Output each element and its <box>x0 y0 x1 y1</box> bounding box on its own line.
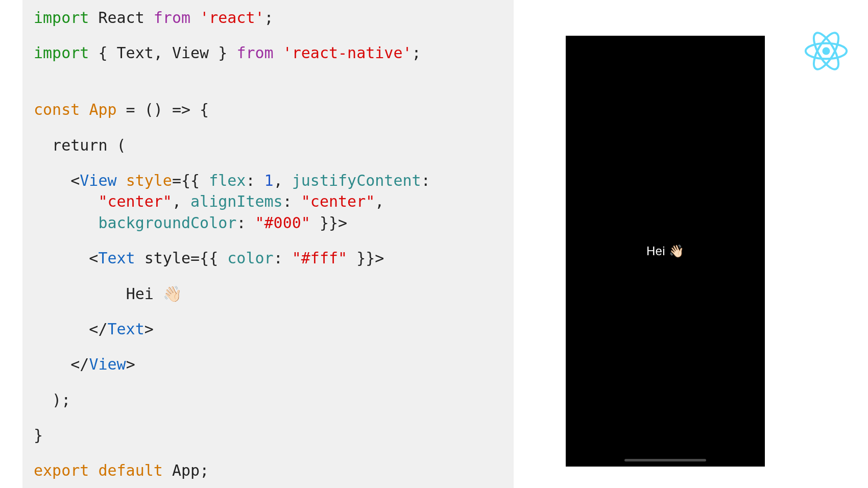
punct: }}> <box>310 214 347 232</box>
punct: : <box>421 172 430 189</box>
punct: , <box>172 192 190 210</box>
keyword-default: default <box>98 461 162 479</box>
prop: justifyContent <box>292 172 421 189</box>
keyword-return: return ( <box>34 136 126 154</box>
code-block: import React from 'react';import { Text,… <box>22 0 514 488</box>
punct: ; <box>264 9 274 27</box>
keyword-from: from <box>236 44 273 62</box>
string-literal: 'react-native' <box>283 44 412 62</box>
punct: < <box>34 172 80 189</box>
jsx-tag: View <box>89 355 126 373</box>
punct: ); <box>34 391 70 409</box>
punct: ={{ <box>190 249 227 267</box>
indent <box>34 285 126 303</box>
punct: < <box>34 249 98 267</box>
indent <box>34 192 98 210</box>
punct: > <box>144 320 154 338</box>
punct: , <box>154 44 172 62</box>
punct: ={{ <box>172 172 209 189</box>
number: 1 <box>264 172 274 189</box>
string-literal: "center" <box>98 192 172 210</box>
punct: , <box>375 192 384 210</box>
identifier: Text <box>117 44 154 62</box>
prop: flex <box>209 172 246 189</box>
svg-point-0 <box>823 47 830 55</box>
punct: }}> <box>347 249 384 267</box>
string-literal: 'react' <box>200 9 264 27</box>
brace: { <box>98 44 116 62</box>
identifier: React <box>98 9 144 27</box>
punct: : <box>246 172 264 189</box>
identifier-app: App <box>89 101 116 118</box>
home-indicator <box>624 459 706 461</box>
identifier-app: App <box>172 461 200 479</box>
jsx-tag: Text <box>108 320 144 338</box>
punct: : <box>274 249 292 267</box>
jsx-attr: style <box>144 249 190 267</box>
phone-preview: Hei 👋🏻 <box>566 36 765 467</box>
punct: , <box>274 172 292 189</box>
punct: : <box>283 192 301 210</box>
prop: alignItems <box>190 192 283 210</box>
jsx-tag: View <box>80 172 116 189</box>
punct: > <box>126 355 135 373</box>
string-literal: "#000" <box>255 214 310 232</box>
string-literal: "#fff" <box>292 249 347 267</box>
string-literal: "center" <box>301 192 375 210</box>
punct: </ <box>34 320 108 338</box>
space <box>135 249 144 267</box>
space <box>117 172 126 189</box>
brace: } <box>34 426 43 444</box>
text-content: Hei 👋🏻 <box>126 285 182 303</box>
punct: ; <box>200 461 209 479</box>
punct: ; <box>412 44 421 62</box>
arrow-fn: = () => { <box>117 101 209 118</box>
indent <box>34 214 98 232</box>
keyword-const: const <box>34 101 80 118</box>
phone-text: Hei 👋🏻 <box>646 244 684 258</box>
keyword-from: from <box>154 9 190 27</box>
prop: color <box>227 249 273 267</box>
jsx-attr: style <box>126 172 172 189</box>
react-icon <box>805 30 848 72</box>
punct: </ <box>34 355 89 373</box>
keyword-import: import <box>34 44 89 62</box>
brace: } <box>209 44 227 62</box>
punct: : <box>236 214 255 232</box>
prop: backgroundColor <box>98 214 236 232</box>
jsx-tag: Text <box>98 249 135 267</box>
keyword-export: export <box>34 461 89 479</box>
keyword-import: import <box>34 9 89 27</box>
identifier: View <box>172 44 209 62</box>
